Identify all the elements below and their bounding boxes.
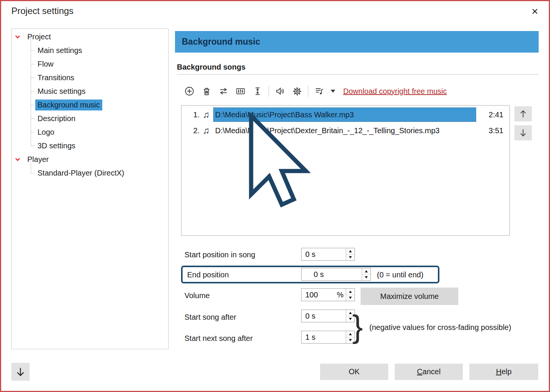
tree-item-label: Standard-Player (DirectX) [35,168,127,179]
tree-item-project[interactable]: Project [12,30,168,44]
move-song-up-button[interactable] [514,106,532,121]
ok-button[interactable]: OK [320,364,388,380]
start-song-after-value: 0 s [302,312,346,320]
tree-item-label: Description [35,113,78,124]
maximize-volume-button[interactable]: Maximize volume [361,288,458,305]
volume-unit: % [337,291,344,299]
section-header: Background music [175,31,539,53]
tree-item-label: Project [25,31,53,42]
tree-item-music-settings[interactable]: Music settings [12,84,168,98]
fit-duration-button[interactable] [250,84,265,99]
equalizer-button[interactable] [233,84,248,99]
section-title: Background music [182,37,260,47]
tree-item-label: Player [25,154,51,165]
playlist-button[interactable] [312,84,327,99]
tree-item-main-settings[interactable]: Main settings [12,44,168,57]
gear-icon [292,86,302,96]
tree-item-logo[interactable]: Logo [12,125,168,139]
song-list: 1.♫D:\Media\Music\Project\Bass Walker.mp… [181,105,510,236]
music-settings-button[interactable] [289,84,305,99]
songs-toolbar: Download copyright free music [182,83,447,99]
shuffle-songs-button[interactable] [216,84,231,99]
cancel-button[interactable]: Cancel [395,364,463,380]
tree-item-3d-settings[interactable]: 3D settings [12,139,168,152]
spinner-up-button[interactable] [346,289,355,295]
song-row[interactable]: 2.♫D:\Media\Music\Project\Dexter_Britain… [181,123,509,138]
spinner-down-button[interactable] [346,295,355,301]
close-button[interactable]: × [527,4,542,19]
brace-glyph: } [352,310,363,343]
tree-item-standard-player-directx[interactable]: Standard-Player (DirectX) [12,166,168,180]
start-position-value: 0 s [302,250,346,259]
add-icon [184,86,195,96]
end-position-note: (0 = until end) [377,270,423,279]
music-note-icon: ♫ [203,109,209,120]
tree-item-transitions[interactable]: Transitions [12,71,168,84]
project-settings-dialog: Project settings × ProjectMain settingsF… [0,0,550,392]
up-arrow-icon [518,109,528,119]
help-button[interactable]: Help [469,364,538,380]
spinner [346,289,355,301]
toolbar-separator [308,86,308,97]
toolbar-separator [269,86,269,97]
start-next-song-after-input[interactable]: 1 s [301,331,355,344]
song-path: D:\Media\Music\Project\Bass Walker.mp3 [213,107,476,122]
download-music-link[interactable]: Download copyright free music [343,87,447,96]
end-position-value: 0 s [302,270,362,279]
start-position-label: Start position in song [184,250,255,259]
start-position-input[interactable]: 0 s [301,248,355,261]
expand-marker-icon [15,34,20,39]
start-next-song-after-label: Start next song after [184,334,253,343]
add-song-button[interactable] [182,84,197,99]
song-index: 2. [187,126,200,135]
tree-item-label: Logo [35,127,57,138]
tree-item-player[interactable]: Player [12,152,168,166]
end-position-input[interactable]: 0 s [301,268,371,281]
song-duration: 3:51 [478,126,503,135]
bottom-down-arrow-button[interactable] [11,363,30,381]
window-title: Project settings [11,6,73,16]
tree-item-flow[interactable]: Flow [12,57,168,71]
song-row[interactable]: 1.♫D:\Media\Music\Project\Bass Walker.mp… [181,107,509,123]
mixer-icon [235,86,246,96]
tree-item-label: 3D settings [35,140,78,151]
tree-item-label: Main settings [35,45,84,56]
spinner [362,268,370,280]
crossfade-note: (negative values for cross-fading possib… [369,323,511,332]
settings-tree: ProjectMain settingsFlowTransitionsMusic… [11,28,169,349]
tree-item-label: Flow [35,59,56,70]
tree-item-background-music[interactable]: Background music [12,98,168,112]
tree-item-label: Background music [35,100,102,110]
song-duration: 2:41 [478,110,503,119]
preview-sound-button[interactable] [272,84,288,99]
spinner-down-button[interactable] [362,275,370,281]
speaker-icon [275,86,285,96]
spinner-up-button[interactable] [346,248,355,255]
volume-value: 100 [302,291,337,299]
chevron-down-icon[interactable] [329,84,337,99]
playlist-icon [314,86,325,96]
move-song-down-button[interactable] [514,125,532,140]
tree-item-label: Transitions [35,72,77,83]
music-note-icon: ♫ [203,125,209,136]
volume-label: Volume [184,291,210,300]
delete-song-button[interactable] [199,84,214,99]
end-position-highlight: End position 0 s (0 = until end) [181,266,439,283]
song-index: 1. [187,110,200,119]
spinner [346,248,355,260]
swap-arrows-icon [218,86,229,96]
volume-input[interactable]: 100 % [301,288,355,301]
start-next-song-after-value: 1 s [302,333,346,342]
trash-icon [202,86,212,96]
spinner-down-button[interactable] [346,255,355,261]
tree-item-description[interactable]: Description [12,112,168,125]
expand-marker-icon [15,156,20,161]
vertical-stretch-icon [252,86,263,96]
down-arrow-icon [15,366,26,378]
start-song-after-input[interactable]: 0 s [301,310,355,322]
tree-item-label: Music settings [35,86,88,97]
start-song-after-label: Start song after [184,313,236,322]
spinner-up-button[interactable] [362,268,370,275]
end-position-label: End position [187,270,229,279]
background-songs-heading: Background songs [177,63,245,72]
